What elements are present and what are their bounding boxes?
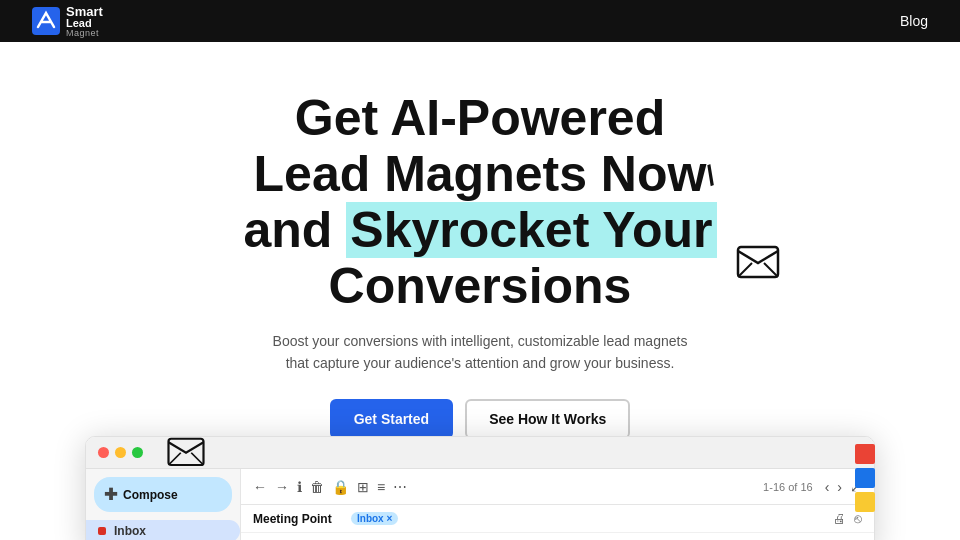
logo-lead-label: Lead — [66, 18, 103, 29]
forward-icon[interactable]: → — [275, 479, 289, 495]
hero-section: / Get AI-Powered Lead Magnets Now and Sk… — [0, 42, 960, 459]
hero-title-line1: Get AI-Powered — [295, 90, 665, 146]
logo-text: Smart Lead Magnet — [66, 5, 103, 38]
external-link-icon[interactable]: ⎋ — [854, 511, 862, 526]
lock-icon[interactable]: 🔒 — [332, 479, 349, 495]
deco-envelope-icon — [734, 237, 782, 289]
more-icon[interactable]: ⋯ — [393, 479, 407, 495]
close-dot — [98, 447, 109, 458]
email-sender: Meeting Point — [253, 512, 343, 526]
prev-page-icon[interactable]: ‹ — [825, 479, 830, 495]
minimize-dot — [115, 447, 126, 458]
see-how-it-works-button[interactable]: See How It Works — [465, 399, 630, 439]
back-icon[interactable]: ← — [253, 479, 267, 495]
logo-magnet-label: Magnet — [66, 29, 103, 38]
next-page-icon[interactable]: › — [837, 479, 842, 495]
list-icon[interactable]: ≡ — [377, 479, 385, 495]
deco-square-blue — [855, 468, 875, 488]
hero-buttons: Get Started See How It Works — [330, 399, 631, 439]
delete-icon[interactable]: 🗑 — [310, 479, 324, 495]
deco-square-yellow — [855, 492, 875, 512]
hero-subtitle: Boost your conversions with intelligent,… — [270, 330, 690, 375]
gmail-toolbar: ← → ℹ 🗑 🔒 ⊞ ≡ ⋯ 1-16 of 16 ‹ › ⤢ — [241, 469, 874, 505]
navbar: Smart Lead Magnet Blog — [0, 0, 960, 42]
compose-label: Compose — [123, 488, 178, 502]
gmail-main: ← → ℹ 🗑 🔒 ⊞ ≡ ⋯ 1-16 of 16 ‹ › ⤢ Meeting… — [241, 469, 874, 540]
hero-title-line3: Conversions — [329, 258, 632, 314]
email-badge: Inbox × — [351, 512, 398, 525]
hero-title: Get AI-Powered Lead Magnets Now and Skyr… — [243, 90, 716, 314]
pagination-text: 1-16 of 16 — [763, 481, 813, 493]
compose-plus-icon: ✚ — [104, 485, 117, 504]
maximize-dot — [132, 447, 143, 458]
grid-icon[interactable]: ⊞ — [357, 479, 369, 495]
info-icon[interactable]: ℹ — [297, 479, 302, 495]
logo-icon — [32, 7, 60, 35]
gmail-sidebar: ✚ Compose Inbox — [86, 469, 241, 540]
print-icon[interactable]: 🖨 — [833, 511, 846, 526]
inbox-item[interactable]: Inbox — [86, 520, 240, 540]
browser-body: ✚ Compose Inbox ← → ℹ 🗑 🔒 ⊞ ≡ ⋯ 1-16 of … — [86, 469, 874, 540]
blog-link[interactable]: Blog — [900, 13, 928, 29]
compose-button[interactable]: ✚ Compose — [94, 477, 232, 512]
get-started-button[interactable]: Get Started — [330, 399, 453, 439]
inbox-label: Inbox — [114, 524, 146, 538]
deco-square-red — [855, 444, 875, 464]
logo-smart-label: Smart — [66, 5, 103, 18]
logo: Smart Lead Magnet — [32, 5, 103, 38]
inbox-dot-icon — [98, 527, 106, 535]
hero-title-highlight: Skyrocket Your — [346, 202, 716, 258]
deco-envelope-left-icon — [165, 430, 207, 476]
hero-title-line2: Lead Magnets Now — [254, 146, 707, 202]
email-row[interactable]: Meeting Point Inbox × 🖨 ⎋ — [241, 505, 874, 533]
